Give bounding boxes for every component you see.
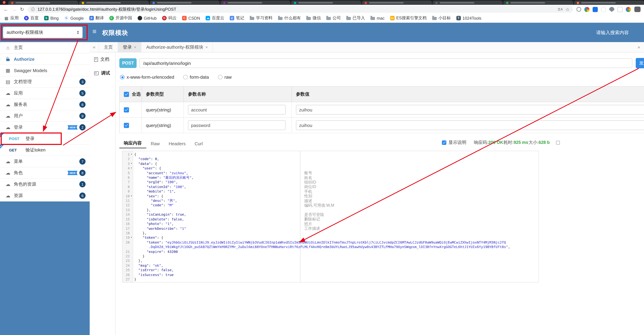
csdn-icon [182,16,186,20]
bookmark-微信[interactable]: 微信 [306,15,321,21]
doc-tab-登录[interactable]: 登录× [118,42,142,52]
sidebar-item-用户[interactable]: ☁用户9 [0,110,90,122]
json-code: "desc": "男", [133,198,177,203]
extension-icon[interactable] [592,7,598,12]
fold-toggle-icon[interactable]: ▾ [130,152,133,157]
sidebar-item-文档管理[interactable]: ▤文档管理3 [0,76,90,88]
fold-toggle-icon[interactable]: ▾ [130,166,133,170]
google-extension-icon[interactable] [584,7,590,12]
endpoint-input[interactable]: /api/authority/anno/login [139,58,632,68]
content-type-radio-x-www-form-urlencoded[interactable]: x-www-form-urlencoded [120,74,174,80]
extension-icon[interactable] [626,7,631,12]
sidebar-api-登录[interactable]: POST登录 [0,133,90,144]
extension-icon[interactable] [618,7,622,12]
sidebar-item-菜单[interactable]: ☁菜单7 [0,156,90,167]
bookmark-笔记[interactable]: 笔记 [230,15,244,21]
inner-menu-调试[interactable]: 调试 [90,66,115,80]
browser-tab[interactable] [574,1,644,5]
bookmark-ES搜索引擎文档[interactable]: ES搜索引擎文档 [390,15,427,21]
bookmark-公司[interactable]: 公司 [326,15,341,21]
bookmark-学习资料[interactable]: 学习资料 [250,15,272,21]
response-tab-Headers[interactable]: Headers [164,140,190,148]
bookmark-小目标[interactable]: 小目标 [432,15,451,21]
close-tab-icon[interactable]: × [134,45,136,50]
translate-icon[interactable]: 文A [558,7,563,12]
param-name-input[interactable] [188,120,286,130]
menu-toggle-icon[interactable]: ≡ [92,28,96,36]
response-tab-Raw[interactable]: Raw [146,140,164,148]
extension-icon[interactable] [576,7,581,12]
bookmark-1024Tools[interactable]: 1024Tools [456,16,481,20]
address-bar[interactable]: ⓘ 127.0.0.1:8760/api/gate/doc.html#/auth… [28,6,573,13]
tabs-collapse-left-icon[interactable]: « [90,42,99,52]
fold-toggle-icon[interactable]: ▾ [130,162,133,166]
sidebar-item-角色的资源[interactable]: ☁角色的资源1 [0,179,90,190]
bookmark-star-icon[interactable]: ☆ [566,7,570,12]
sidebar-item-资源[interactable]: ☁资源6 [0,190,90,202]
fullscreen-icon[interactable] [556,140,560,144]
select-all-checkbox[interactable] [124,92,129,97]
show-desc-checkbox[interactable] [442,140,446,145]
bookmark-Bing[interactable]: Bing [44,16,59,20]
browser-tab[interactable] [150,1,220,5]
forward-icon[interactable]: → [12,7,16,12]
content-type-radio-raw[interactable]: raw [218,74,232,80]
browser-tab[interactable] [291,1,361,5]
reload-icon[interactable]: ↻ [20,7,24,12]
inner-menu-文档[interactable]: 文档 [90,52,115,66]
browser-tab[interactable] [503,1,573,5]
sidebar-item-角色[interactable]: ☁角色NEW8 [0,167,90,179]
content-type-radio-form-data[interactable]: form-data [183,74,209,80]
sidebar-item-登录[interactable]: ☁登录NEW2 [0,122,90,133]
param-name-input[interactable] [188,105,286,114]
site-info-icon[interactable]: ⓘ [31,7,35,12]
json-code: "orgId": "100", [133,180,178,184]
line-number: 20 [122,240,130,244]
bookmark-mac[interactable]: mac [370,16,384,20]
bookmark-开源中国[interactable]: 开源中国 [109,15,132,21]
extension-icon[interactable] [601,7,606,12]
bookmark-码云[interactable]: 码云 [162,15,176,21]
sidebar-item-Swagger Models[interactable]: ▦Swagger Models [0,65,90,76]
browser-tab[interactable] [432,1,502,5]
bookmark-Google[interactable]: Google [64,16,84,20]
param-type: query(string) [146,107,171,112]
param-value-input[interactable] [296,105,644,114]
doc-tab-主页[interactable]: 主页 [99,42,118,52]
tabs-collapse-right-icon[interactable]: » [634,42,643,52]
bookmark-什么都有[interactable]: 什么都有 [278,15,301,21]
fold-toggle-icon[interactable]: ▾ [130,194,133,198]
service-select[interactable]: authority-权限模块 [3,26,83,38]
bookmark-应用[interactable]: 应用 [4,15,19,21]
sidebar-item-服务表[interactable]: ☁服务表6 [0,99,90,110]
browser-tab[interactable] [79,1,149,5]
response-tab-Curl[interactable]: Curl [190,140,207,148]
response-tab-响应内容[interactable]: 响应内容 [119,139,146,148]
header-search-input[interactable]: 请输入搜索内容 [596,30,629,36]
profile-avatar[interactable] [634,6,640,12]
fold-toggle-icon[interactable]: ▾ [130,236,133,240]
back-icon[interactable]: ← [4,7,8,12]
bookmark-CSDN[interactable]: CSDN [182,16,200,20]
bookmark-GitHub[interactable]: GitHub [138,16,156,20]
param-checkbox[interactable] [124,123,129,128]
bookmark-已导入[interactable]: 已导入 [346,15,365,21]
bookmark-翻译[interactable]: 翻译 [89,15,104,21]
param-value-input[interactable] [296,120,644,130]
window-close-button[interactable] [3,1,6,4]
close-tab-icon[interactable]: × [206,45,208,50]
browser-tab[interactable] [362,1,432,5]
bookmark-百度[interactable]: 百度 [24,15,39,21]
sidebar-item-主页[interactable]: ⌂主页 [0,42,90,54]
browser-tab[interactable] [220,1,290,5]
send-button[interactable]: 发送 [636,58,644,68]
bookmark-百度云[interactable]: 百度云 [206,15,224,21]
param-checkbox[interactable] [124,107,129,112]
browser-tab[interactable] [8,1,78,5]
sidebar-item-Authorize[interactable]: Authorize [0,54,90,65]
doc-tab-Authorize-authority-权限模块[interactable]: Authorize-authority-权限模块× [142,42,213,52]
tab-title [86,2,121,4]
sidebar-api-验证token[interactable]: GET验证token [0,144,90,156]
shield-extension-icon[interactable] [609,7,614,12]
sidebar-item-应用[interactable]: ☁应用5 [0,88,90,99]
